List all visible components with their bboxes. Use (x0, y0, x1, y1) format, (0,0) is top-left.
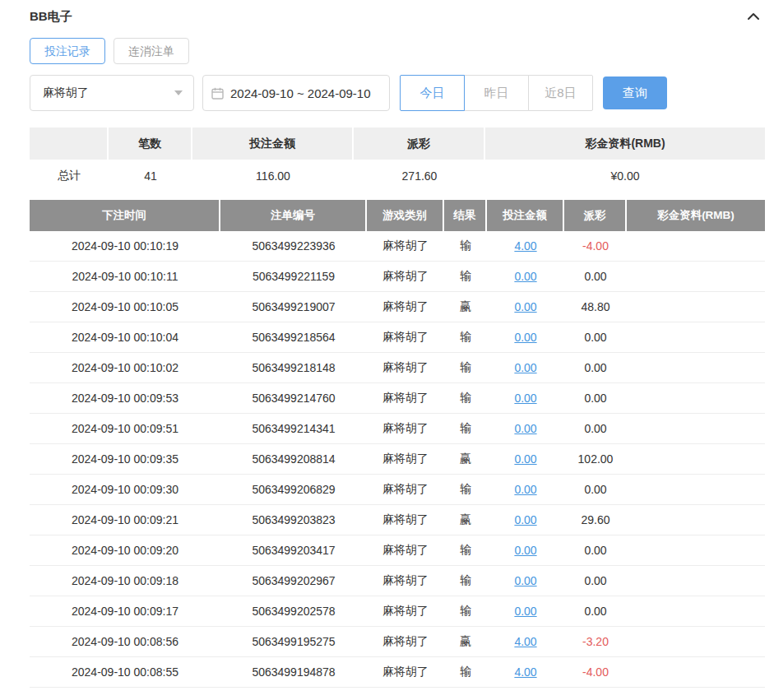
bet-time-cell: 2024-09-10 00:10:05 (30, 292, 220, 322)
bet-time-cell: 2024-09-10 00:08:55 (30, 657, 220, 688)
order-id-cell: 5063499218564 (220, 322, 367, 353)
tab-cancelled-orders[interactable]: 连消注单 (114, 38, 189, 64)
bet-amount-link[interactable]: 0.00 (514, 331, 536, 344)
game-type-cell: 麻将胡了 (367, 292, 444, 322)
payout-cell: 0.00 (564, 596, 627, 627)
bet-time-cell: 2024-09-10 00:10:02 (30, 353, 220, 383)
order-id-cell: 5063499206829 (220, 475, 367, 505)
bet-amount-cell: 4.00 (487, 657, 564, 688)
bet-amount-link[interactable]: 0.00 (514, 392, 536, 405)
bet-amount-link[interactable]: 4.00 (514, 239, 536, 253)
game-type-cell: 麻将胡了 (367, 353, 444, 383)
bet-amount-cell: 0.00 (487, 322, 564, 353)
payout-cell: 102.00 (564, 444, 627, 475)
column-header-time: 下注时间 (30, 200, 220, 231)
bet-time-cell: 2024-09-10 00:10:19 (30, 231, 220, 262)
result-cell: 赢 (444, 292, 487, 322)
quick-last8days-button[interactable]: 近8日 (528, 75, 593, 111)
payout-cell: 29.60 (564, 505, 627, 535)
bet-amount-link[interactable]: 0.00 (514, 361, 536, 374)
game-type-cell: 麻将胡了 (367, 414, 444, 444)
result-cell: 输 (444, 535, 487, 566)
payout-cell: 0.00 (564, 566, 627, 596)
game-select[interactable]: 麻将胡了 (30, 75, 194, 111)
table-row: 2024-09-10 00:09:535063499214760麻将胡了输0.0… (30, 383, 765, 414)
bonus-cell (627, 414, 765, 444)
payout-cell: 0.00 (564, 383, 627, 414)
bet-amount-link[interactable]: 0.00 (514, 452, 536, 466)
bonus-cell (627, 262, 765, 292)
order-id-cell: 5063499221159 (220, 262, 367, 292)
result-cell: 输 (444, 322, 487, 353)
bet-time-cell: 2024-09-10 00:10:11 (30, 262, 220, 292)
table-row: 2024-09-10 00:09:175063499202578麻将胡了输0.0… (30, 596, 765, 627)
game-type-cell: 麻将胡了 (367, 383, 444, 414)
order-id-cell: 5063499223936 (220, 231, 367, 262)
payout-cell: 48.80 (564, 292, 627, 322)
table-row: 2024-09-10 00:10:025063499218148麻将胡了输0.0… (30, 353, 765, 383)
search-button[interactable]: 查询 (603, 76, 667, 109)
summary-header-blank (30, 127, 109, 160)
bet-amount-link[interactable]: 0.00 (514, 544, 536, 557)
bet-amount-link[interactable]: 0.00 (514, 300, 536, 313)
table-row: 2024-09-10 00:09:515063499214341麻将胡了输0.0… (30, 414, 765, 444)
bet-amount-cell: 0.00 (487, 444, 564, 475)
column-header-bet-amount: 投注金额 (487, 200, 564, 231)
bonus-cell (627, 292, 765, 322)
table-row: 2024-09-10 00:09:355063499208814麻将胡了赢0.0… (30, 444, 765, 475)
payout-cell: 0.00 (564, 322, 627, 353)
bet-amount-link[interactable]: 0.00 (514, 574, 536, 587)
table-row: 2024-09-10 00:09:305063499206829麻将胡了输0.0… (30, 475, 765, 505)
result-cell: 赢 (444, 444, 487, 475)
bet-amount-link[interactable]: 0.00 (514, 513, 536, 526)
bet-amount-link[interactable]: 0.00 (514, 422, 536, 435)
order-id-cell: 5063499214760 (220, 383, 367, 414)
summary-total-bet-amount: 116.00 (192, 160, 354, 192)
bet-amount-link[interactable]: 0.00 (514, 483, 536, 496)
bet-amount-cell: 0.00 (487, 292, 564, 322)
bonus-cell (627, 322, 765, 353)
bet-amount-link[interactable]: 0.00 (514, 605, 536, 618)
bonus-cell (627, 505, 765, 535)
bonus-cell (627, 535, 765, 566)
filter-bar: 麻将胡了 2024-09-10 ~ 2024-09-10 今日 昨日 近8日 查… (30, 75, 765, 111)
page-title: BB电子 (30, 9, 72, 25)
bet-amount-link[interactable]: 4.00 (514, 665, 536, 679)
result-cell: 输 (444, 383, 487, 414)
game-type-cell: 麻将胡了 (367, 475, 444, 505)
bet-time-cell: 2024-09-10 00:10:04 (30, 322, 220, 353)
bonus-cell (627, 383, 765, 414)
order-id-cell: 5063499208814 (220, 444, 367, 475)
bet-amount-cell: 0.00 (487, 475, 564, 505)
bet-records-panel: BB电子 投注记录 连消注单 麻将胡了 2024-09-10 ~ 2024-09… (0, 0, 774, 688)
panel-header: BB电子 (30, 7, 765, 26)
quick-yesterday-button[interactable]: 昨日 (464, 75, 529, 111)
bet-time-cell: 2024-09-10 00:08:56 (30, 627, 220, 657)
bonus-cell (627, 627, 765, 657)
order-id-cell: 5063499218148 (220, 353, 367, 383)
bet-amount-cell: 0.00 (487, 353, 564, 383)
column-header-bonus: 彩金资料(RMB) (627, 200, 765, 231)
bet-amount-link[interactable]: 4.00 (514, 635, 536, 648)
table-row: 2024-09-10 00:09:215063499203823麻将胡了赢0.0… (30, 505, 765, 535)
summary-header-count: 笔数 (109, 127, 192, 160)
summary-header-bonus: 彩金资料(RMB) (485, 127, 765, 160)
date-range-input[interactable]: 2024-09-10 ~ 2024-09-10 (202, 75, 390, 111)
bet-amount-cell: 0.00 (487, 414, 564, 444)
payout-cell: 0.00 (564, 535, 627, 566)
game-select-value: 麻将胡了 (43, 86, 89, 100)
bet-amount-link[interactable]: 0.00 (514, 270, 536, 283)
game-type-cell: 麻将胡了 (367, 231, 444, 262)
bonus-cell (627, 596, 765, 627)
bonus-cell (627, 444, 765, 475)
tab-bet-records[interactable]: 投注记录 (30, 38, 105, 64)
table-row: 2024-09-10 00:08:565063499195275麻将胡了赢4.0… (30, 627, 765, 657)
chevron-up-icon[interactable] (745, 8, 762, 25)
quick-today-button[interactable]: 今日 (400, 75, 465, 111)
table-row: 2024-09-10 00:10:115063499221159麻将胡了输0.0… (30, 262, 765, 292)
record-tabs: 投注记录 连消注单 (30, 38, 765, 64)
bonus-cell (627, 475, 765, 505)
payout-cell: 0.00 (564, 262, 627, 292)
payout-cell: -4.00 (564, 657, 627, 688)
bet-time-cell: 2024-09-10 00:09:18 (30, 566, 220, 596)
